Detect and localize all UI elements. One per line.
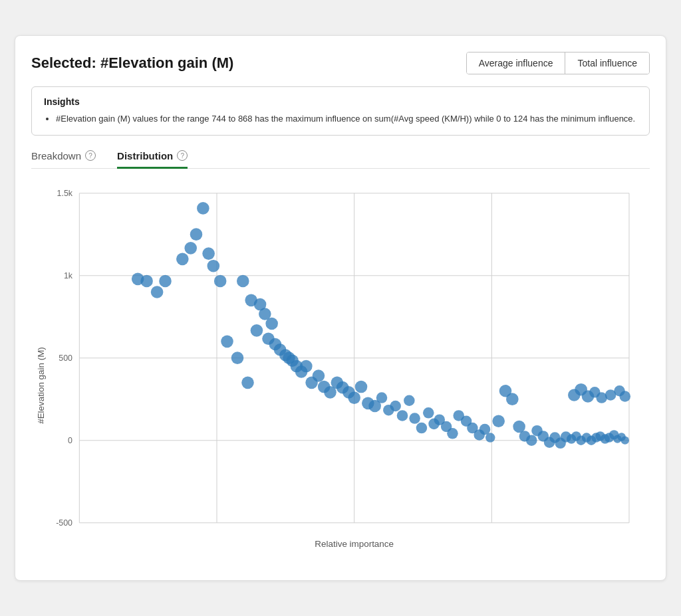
dot: [151, 286, 164, 298]
dot: [300, 360, 313, 373]
dot: [416, 423, 428, 434]
x-axis-label: Relative importance: [315, 539, 394, 549]
header-row: Selected: #Elevation gain (M) Average in…: [31, 52, 650, 74]
tabs-row: Breakdown ? Distribution ?: [31, 150, 650, 169]
scatter-chart: #Elevation gain (M) 1.5k 1k 500 0 -500: [31, 179, 650, 564]
y-tick-n500: -500: [56, 518, 72, 528]
dot: [184, 242, 197, 255]
tab-distribution-label: Distribution: [117, 150, 173, 161]
dot: [140, 275, 153, 288]
dot: [262, 332, 275, 345]
tab-breakdown[interactable]: Breakdown ?: [31, 150, 96, 169]
distribution-info-icon: ?: [177, 150, 188, 161]
dot: [159, 275, 172, 288]
page-title: Selected: #Elevation gain (M): [31, 54, 233, 72]
insights-box: Insights #Elevation gain (M) values for …: [31, 86, 650, 136]
influence-toggle: Average influence Total influence: [466, 52, 650, 74]
dot: [506, 393, 519, 405]
dot: [404, 395, 415, 406]
dot: [355, 381, 368, 393]
tab-breakdown-label: Breakdown: [31, 150, 81, 161]
dot: [526, 435, 537, 446]
insights-text: #Elevation gain (M) values for the range…: [56, 112, 637, 126]
main-card: Selected: #Elevation gain (M) Average in…: [15, 35, 666, 580]
y-axis-label: #Elevation gain (M): [36, 347, 46, 424]
dot: [241, 376, 254, 389]
dot: [447, 428, 458, 439]
dot: [409, 413, 420, 424]
dot: [221, 335, 233, 348]
dot: [423, 407, 434, 419]
dot: [620, 391, 631, 402]
y-tick-1000: 1k: [64, 271, 73, 280]
dot: [313, 369, 325, 382]
dot: [251, 324, 263, 337]
dot: [397, 410, 408, 421]
dot: [214, 275, 227, 288]
y-tick-1500: 1.5k: [57, 189, 73, 198]
dot: [207, 260, 220, 272]
breakdown-info-icon: ?: [85, 150, 96, 161]
dot: [190, 228, 203, 241]
dot: [621, 436, 629, 444]
dot: [176, 253, 189, 265]
dot: [492, 415, 505, 427]
y-tick-500: 500: [59, 354, 72, 363]
average-influence-button[interactable]: Average influence: [467, 52, 566, 74]
dot: [202, 247, 215, 260]
dot: [390, 401, 401, 412]
insights-title: Insights: [44, 96, 637, 107]
dot: [231, 352, 244, 364]
dot: [265, 318, 278, 330]
dot: [237, 275, 249, 288]
total-influence-button[interactable]: Total influence: [565, 52, 649, 74]
chart-area: #Elevation gain (M) 1.5k 1k 500 0 -500: [31, 179, 650, 564]
dot: [485, 433, 495, 442]
dot: [197, 202, 209, 215]
tab-distribution[interactable]: Distribution ?: [117, 150, 188, 169]
y-tick-0: 0: [68, 436, 72, 445]
dot: [376, 392, 388, 403]
dot: [348, 391, 360, 404]
